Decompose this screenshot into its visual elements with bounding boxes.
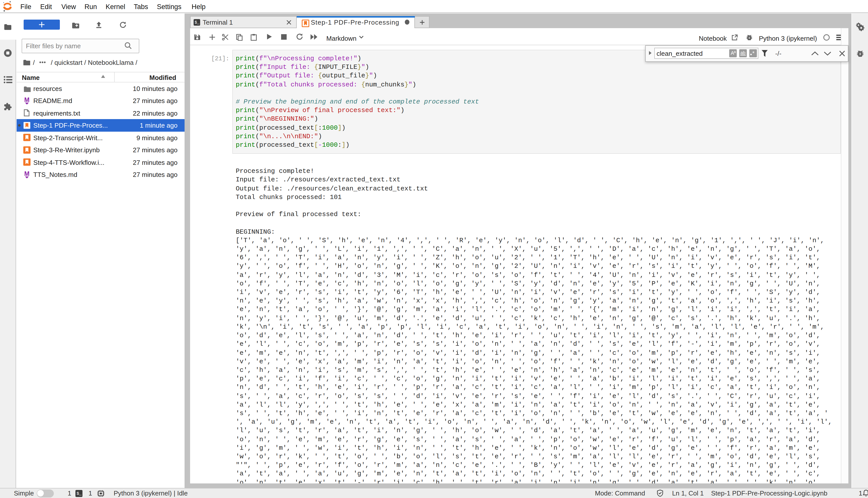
svg-text:ab: ab	[740, 50, 745, 55]
svg-text:*: *	[752, 50, 754, 56]
svg-text:M: M	[24, 171, 29, 177]
svg-text:$_: $_	[194, 21, 200, 25]
svg-text:a: a	[733, 50, 736, 54]
svg-text:$_: $_	[76, 491, 82, 496]
svg-text:M: M	[24, 97, 29, 103]
